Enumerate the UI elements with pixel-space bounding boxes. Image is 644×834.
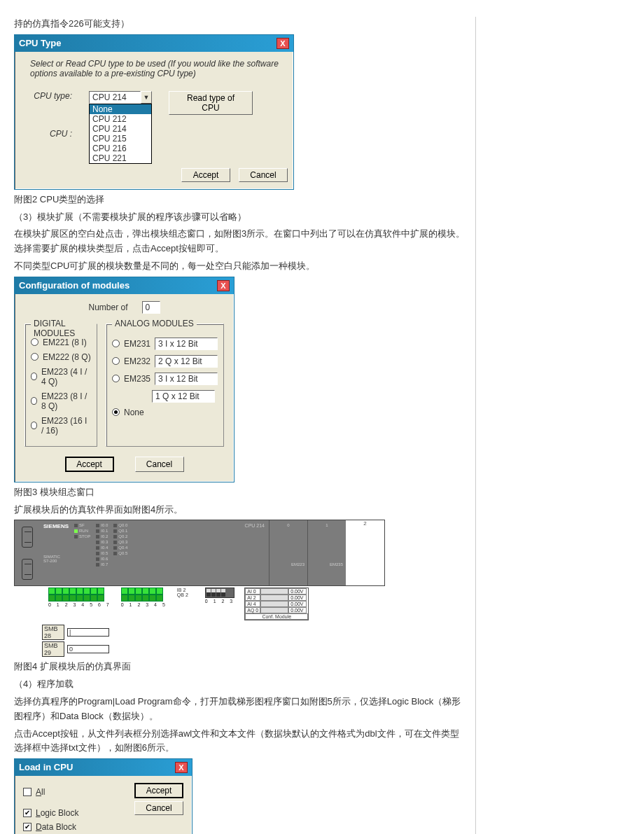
slot-index: 0 xyxy=(272,523,304,527)
accept-button[interactable]: Accept xyxy=(181,168,230,182)
analog-modules-group: ANALOG MODULES EM2313 I x 12 BitEM2322 Q… xyxy=(106,324,224,447)
module-desc: 3 I x 12 Bit xyxy=(155,373,218,385)
radio-icon[interactable] xyxy=(112,340,120,347)
digital-module-radio[interactable]: EM221 (8 I) xyxy=(31,338,91,347)
paragraph: 在模块扩展区的空白处点击，弹出模块组态窗口，如附图3所示。在窗口中列出了可以在仿… xyxy=(14,227,465,256)
read-cpu-button[interactable]: Read type of CPU xyxy=(169,91,253,115)
cpu-type-combobox[interactable]: CPU 214 ▼ xyxy=(89,91,152,104)
dialog-description: Select or Read CPU type to be used (If y… xyxy=(30,59,284,78)
input-leds: I0.0I0.1I0.2 I0.3I0.4I0.5 I0.6I0.7 xyxy=(96,523,108,583)
logic-block-checkbox-row[interactable]: Logic Block xyxy=(23,808,99,818)
logic-block-label: Logic Block xyxy=(36,808,78,818)
checkbox-icon[interactable] xyxy=(23,809,31,817)
brand-label: SIEMENS xyxy=(43,523,69,529)
module-label: EM223 (16 I / 16) xyxy=(41,416,91,436)
module-label: EM223 (4 I / 4 Q) xyxy=(41,367,91,387)
conf-module-button[interactable]: Conf. Module xyxy=(245,613,308,620)
dip-switches[interactable]: 0 1 2 3 xyxy=(205,588,234,620)
qb-label: QB 2 xyxy=(177,592,188,597)
close-icon[interactable]: X xyxy=(175,762,188,773)
cpu-type-dialog: CPU Type X Select or Read CPU type to be… xyxy=(14,34,294,190)
digital-module-radio[interactable]: EM223 (4 I / 4 Q) xyxy=(31,367,91,387)
digital-module-radio[interactable]: EM222 (8 Q) xyxy=(31,352,91,362)
close-icon[interactable]: X xyxy=(276,38,289,49)
cpu-type-option[interactable]: CPU 216 xyxy=(90,144,151,153)
port-icon xyxy=(22,527,33,548)
output-terminals[interactable]: 0 1 2 3 4 5 xyxy=(121,588,167,620)
input-terminals[interactable]: 0 1 2 3 4 5 6 7 xyxy=(48,588,111,620)
radio-icon[interactable] xyxy=(31,373,37,380)
radio-icon[interactable] xyxy=(31,397,37,405)
number-of-label: Number of xyxy=(88,303,127,312)
analog-module-radio[interactable]: EM2353 I x 12 Bit xyxy=(112,373,218,385)
paragraph: 持的仿真指令226可能支持） xyxy=(14,17,465,32)
accept-button[interactable]: Accept xyxy=(65,457,114,472)
cpu-type-option[interactable]: CPU 221 xyxy=(90,153,151,163)
digital-modules-group: DIGITAL MODULES EM221 (8 I)EM222 (8 Q)EM… xyxy=(24,324,97,447)
paragraph: 不同类型CPU可扩展的模块数量是不同的，每一处空白只能添加一种模块。 xyxy=(14,259,465,274)
all-label: All xyxy=(36,787,45,797)
cpu-name: CPU 214 xyxy=(245,523,265,528)
module-label: EM235 xyxy=(124,374,150,384)
module-desc: 2 Q x 12 Bit xyxy=(155,355,218,368)
figure-caption: 附图2 CPU类型的选择 xyxy=(14,193,465,207)
cancel-button[interactable]: Cancel xyxy=(134,801,183,815)
chevron-down-icon[interactable]: ▼ xyxy=(141,91,152,104)
slot-index: 1 xyxy=(311,523,343,527)
module-config-dialog: Configuration of modules X Number of 0 D… xyxy=(14,277,234,482)
none-label: None xyxy=(124,408,144,417)
cpu-type-option[interactable]: CPU 212 xyxy=(90,114,151,124)
module-slot-empty[interactable]: 2 xyxy=(346,520,384,585)
paragraph: 点击Accept按钮，从文件列表框分别选择awl文件和文本文件（数据块默认的文件… xyxy=(14,727,465,756)
digital-module-radio[interactable]: EM223 (16 I / 16) xyxy=(31,416,91,436)
cpu-label: CPU : xyxy=(30,129,72,139)
paragraph: 扩展模块后的仿真软件界面如附图4所示。 xyxy=(14,503,465,517)
digital-module-radio[interactable]: EM223 (8 I / 8 Q) xyxy=(31,391,91,411)
checkbox-icon[interactable] xyxy=(23,823,31,831)
paragraph: （3）模块扩展（不需要模块扩展的程序该步骤可以省略） xyxy=(14,210,465,225)
smb-label: SMB 29 xyxy=(42,641,64,657)
terminal-numbers: 0 1 2 3 4 5 xyxy=(121,602,167,607)
module-label: EM221 (8 I) xyxy=(43,338,87,347)
cpu-type-option[interactable]: CPU 215 xyxy=(90,134,151,144)
analog-module-radio[interactable]: 1 Q x 12 Bit xyxy=(112,390,218,403)
figure-caption: 附图4 扩展模块后的仿真界面 xyxy=(14,660,465,674)
checkbox-icon[interactable] xyxy=(23,788,31,796)
analog-io-table[interactable]: AI 00.00VAI 20.00VAI 40.00VAQ 00.00VConf… xyxy=(244,588,309,620)
module-slot-0[interactable]: 0 EM223 xyxy=(269,520,307,585)
cancel-button[interactable]: Cancel xyxy=(135,457,184,472)
close-icon[interactable]: X xyxy=(217,280,230,291)
port-icon xyxy=(22,559,33,580)
status-leds: SF RUN STOP xyxy=(74,523,90,583)
cpu-type-dropdown[interactable]: NoneCPU 212CPU 214CPU 215CPU 216CPU 221 xyxy=(89,104,152,164)
radio-icon[interactable] xyxy=(31,338,38,346)
load-in-cpu-dialog: Load in CPU X All Logic Block Data Block xyxy=(14,758,192,834)
dialog-title: Load in CPU xyxy=(19,759,73,776)
radio-icon[interactable] xyxy=(112,408,120,416)
ib-label: IB 2 xyxy=(177,588,188,592)
data-block-label: Data Block xyxy=(36,822,76,832)
cpu-type-label: CPU type: xyxy=(30,91,72,101)
smb-value[interactable]: 0 xyxy=(67,645,109,653)
radio-icon[interactable] xyxy=(112,375,120,382)
cancel-button[interactable]: Cancel xyxy=(239,168,288,182)
accept-button[interactable]: Accept xyxy=(134,783,183,798)
module-desc: 3 I x 12 Bit xyxy=(155,338,218,350)
radio-icon[interactable] xyxy=(112,357,120,365)
all-checkbox-row[interactable]: All xyxy=(23,787,99,797)
module-label: EM232 xyxy=(124,356,150,366)
none-radio-row[interactable]: None xyxy=(112,408,218,417)
smb-value[interactable]: | xyxy=(67,628,109,637)
data-block-checkbox-row[interactable]: Data Block xyxy=(23,822,99,832)
radio-icon[interactable] xyxy=(31,422,37,429)
module-label: EM223 (8 I / 8 Q) xyxy=(41,391,91,411)
cpu-type-option[interactable]: None xyxy=(90,104,151,114)
analog-module-radio[interactable]: EM2313 I x 12 Bit xyxy=(112,338,218,350)
cpu-type-option[interactable]: CPU 214 xyxy=(90,124,151,134)
analog-module-radio[interactable]: EM2322 Q x 12 Bit xyxy=(112,355,218,368)
module-label: EM222 (8 Q) xyxy=(43,352,91,362)
terminal-numbers: 0 1 2 3 4 5 6 7 xyxy=(48,602,111,607)
radio-icon[interactable] xyxy=(31,353,38,361)
plc-rack-view: SIEMENS SIMATIC S7-200 SF RUN STOP I0.0I… xyxy=(14,520,385,657)
module-slot-1[interactable]: 1 EM235 xyxy=(307,520,346,585)
